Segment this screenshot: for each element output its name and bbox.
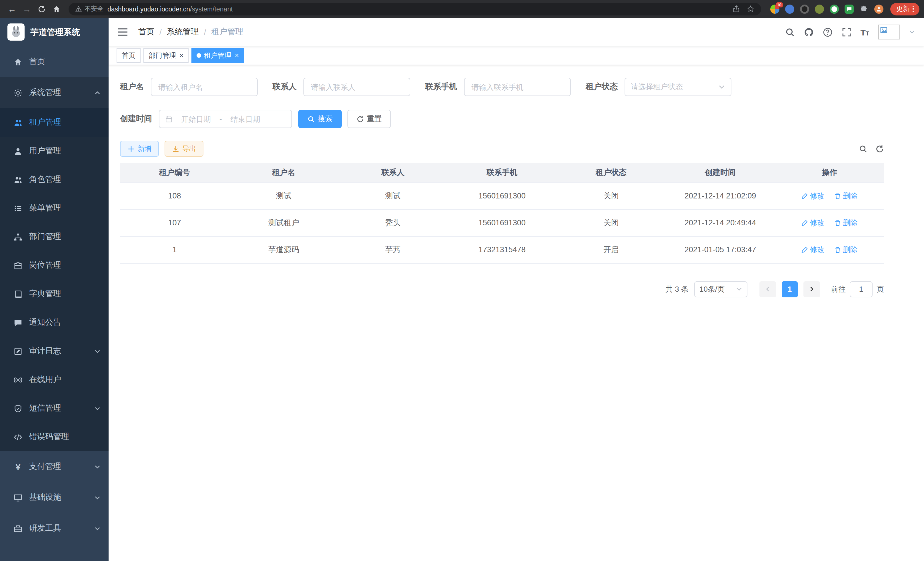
goto-page-input[interactable] [850, 281, 873, 297]
browser-menu-dots-icon[interactable] [909, 6, 916, 12]
chevron-down-icon [94, 525, 100, 532]
add-button[interactable]: 新增 [120, 141, 159, 157]
page-size-select[interactable]: 10条/页 [694, 281, 747, 297]
users-icon [14, 118, 22, 127]
trash-icon [834, 193, 841, 199]
edit-link[interactable]: 修改 [801, 191, 825, 201]
trash-icon [834, 246, 841, 253]
date-range-picker[interactable]: - [159, 110, 292, 128]
edit-link[interactable]: 修改 [801, 218, 825, 228]
sidebar-item-user[interactable]: 用户管理 [0, 137, 109, 165]
col-created: 创建时间 [666, 163, 775, 182]
extension-icon-5[interactable] [830, 4, 838, 14]
tenant-name-input[interactable] [151, 78, 258, 96]
extension-icon-4[interactable] [814, 4, 824, 14]
col-status: 租户状态 [556, 163, 666, 182]
code-brackets-icon [14, 433, 22, 441]
search-icon[interactable] [785, 27, 795, 37]
user-caret-down-icon[interactable] [909, 29, 915, 35]
tab-dept[interactable]: 部门管理 × [143, 48, 189, 63]
tab-home[interactable]: 首页 [117, 48, 141, 63]
phone-input[interactable] [464, 78, 571, 96]
col-phone: 联系手机 [447, 163, 556, 182]
address-bar[interactable]: 不安全 dashboard.yudao.iocoder.cn/system/te… [69, 3, 761, 15]
back-icon[interactable]: ← [4, 2, 20, 16]
bookmark-star-icon[interactable] [747, 5, 754, 13]
chevron-down-icon [94, 405, 100, 411]
extension-icon-2[interactable] [785, 4, 794, 14]
security-label: 不安全 [85, 5, 104, 13]
share-icon[interactable] [732, 5, 740, 13]
fullscreen-icon[interactable] [842, 27, 851, 37]
edit-link[interactable]: 修改 [801, 244, 825, 255]
close-icon[interactable]: × [235, 52, 239, 59]
gear-icon [14, 88, 22, 97]
sidebar-item-audit-log[interactable]: 审计日志 [0, 337, 109, 365]
reload-icon[interactable] [34, 2, 49, 16]
sidebar-item-error-code[interactable]: 错误码管理 [0, 423, 109, 451]
calendar-icon [165, 115, 172, 123]
page-number-1[interactable]: 1 [782, 281, 798, 297]
filter-row-1: 租户名 联系人 联系手机 租户状态 请选择租户状态 [120, 78, 884, 96]
doc-edit-icon [14, 347, 22, 355]
create-time-label: 创建时间 [120, 114, 152, 124]
sidebar-item-system[interactable]: 系统管理 [0, 77, 109, 108]
breadcrumb-home[interactable]: 首页 [138, 27, 154, 37]
delete-link[interactable]: 删除 [834, 218, 858, 228]
font-size-icon[interactable]: TT [860, 28, 869, 36]
sidebar-collapse-icon[interactable] [118, 27, 128, 37]
tenant-name-label: 租户名 [120, 82, 144, 92]
sidebar-item-role[interactable]: 角色管理 [0, 165, 109, 194]
help-icon[interactable] [823, 27, 832, 37]
end-date-input[interactable] [224, 114, 267, 124]
search-button[interactable]: 搜索 [298, 110, 342, 128]
delete-link[interactable]: 删除 [834, 244, 858, 255]
yen-icon: ¥ [14, 462, 22, 472]
extension-icon-3[interactable] [800, 4, 809, 14]
broken-image-icon [880, 26, 887, 34]
breadcrumb-separator: / [159, 27, 162, 37]
next-page-button[interactable] [803, 281, 820, 297]
sidebar-item-dept[interactable]: 部门管理 [0, 223, 109, 251]
reset-button[interactable]: 重置 [347, 110, 391, 128]
breadcrumb-system[interactable]: 系统管理 [167, 27, 199, 37]
sidebar-logo[interactable]: 芋道管理系统 [0, 18, 109, 46]
sidebar-item-dict[interactable]: 字典管理 [0, 280, 109, 308]
github-icon[interactable] [804, 27, 813, 37]
forward-icon[interactable]: → [20, 2, 34, 16]
chat-bubble-icon [14, 318, 22, 327]
prev-page-button[interactable] [759, 281, 776, 297]
export-button[interactable]: 导出 [165, 141, 203, 157]
sidebar-item-tenant[interactable]: 租户管理 [0, 108, 109, 137]
delete-link[interactable]: 删除 [834, 191, 858, 201]
chevron-down-icon [736, 286, 742, 292]
sidebar-item-notice[interactable]: 通知公告 [0, 308, 109, 337]
close-icon[interactable]: × [179, 52, 183, 59]
sidebar-item-online-user[interactable]: 在线用户 [0, 365, 109, 394]
contact-input[interactable] [303, 78, 410, 96]
sidebar-item-home[interactable]: 首页 [0, 46, 109, 77]
security-indicator[interactable]: 不安全 [75, 5, 104, 13]
extension-icon-6[interactable] [844, 4, 854, 14]
breadcrumb: 首页 / 系统管理 / 租户管理 [138, 27, 243, 37]
sidebar-item-infra[interactable]: 基础设施 [0, 482, 109, 513]
extension-icon-1[interactable]: 10 [770, 4, 779, 14]
list-icon [14, 204, 22, 212]
user-icon [14, 147, 22, 155]
status-select[interactable]: 请选择租户状态 [625, 78, 731, 96]
browser-home-icon[interactable] [49, 2, 64, 16]
tab-tenant[interactable]: 租户管理 × [191, 48, 244, 63]
browser-profile-avatar[interactable] [874, 4, 883, 14]
sidebar-item-dev-tools[interactable]: 研发工具 [0, 513, 109, 544]
sidebar-item-payment[interactable]: ¥ 支付管理 [0, 451, 109, 482]
browser-update-button[interactable]: 更新 [890, 3, 920, 15]
refresh-list-icon[interactable] [875, 144, 884, 153]
sidebar-item-sms[interactable]: 短信管理 [0, 394, 109, 423]
user-avatar[interactable] [878, 25, 900, 39]
refresh-icon [357, 115, 364, 123]
sidebar-item-menu[interactable]: 菜单管理 [0, 194, 109, 223]
show-search-icon[interactable] [859, 144, 867, 153]
extensions-puzzle-icon[interactable] [859, 4, 868, 14]
sidebar-item-post[interactable]: 岗位管理 [0, 251, 109, 280]
start-date-input[interactable] [175, 114, 217, 124]
